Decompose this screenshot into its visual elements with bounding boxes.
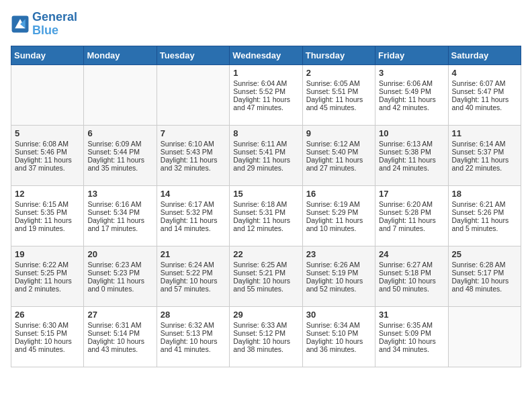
day-number: 11	[452, 128, 517, 138]
day-info: Sunset: 5:44 PM	[87, 148, 152, 156]
day-number: 16	[306, 189, 371, 199]
calendar-cell: 9Sunrise: 6:12 AMSunset: 5:40 PMDaylight…	[302, 125, 375, 185]
calendar-cell: 14Sunrise: 6:17 AMSunset: 5:32 PMDayligh…	[157, 185, 229, 246]
day-info: Daylight: 11 hours and 35 minutes.	[87, 156, 152, 172]
day-info: Sunset: 5:10 PM	[306, 329, 371, 337]
day-number: 13	[87, 189, 152, 199]
day-number: 31	[379, 310, 444, 320]
logo-icon	[11, 15, 30, 34]
day-info: Sunrise: 6:22 AM	[15, 261, 80, 269]
day-info: Sunrise: 6:16 AM	[87, 200, 152, 208]
day-info: Daylight: 11 hours and 47 minutes.	[233, 95, 298, 111]
day-info: Daylight: 10 hours and 48 minutes.	[452, 277, 517, 293]
day-info: Sunrise: 6:19 AM	[306, 200, 371, 208]
day-info: Daylight: 10 hours and 41 minutes.	[161, 337, 226, 353]
calendar-week-row: 19Sunrise: 6:22 AMSunset: 5:25 PMDayligh…	[11, 246, 521, 306]
day-info: Sunset: 5:52 PM	[233, 87, 298, 95]
day-info: Sunrise: 6:13 AM	[379, 140, 444, 148]
weekday-header-cell: Saturday	[448, 46, 521, 64]
day-info: Daylight: 10 hours and 57 minutes.	[161, 277, 226, 293]
day-info: Sunrise: 6:21 AM	[452, 200, 517, 208]
day-number: 19	[15, 249, 80, 259]
day-number: 12	[15, 189, 80, 199]
day-info: Sunset: 5:13 PM	[161, 329, 226, 337]
day-info: Sunset: 5:25 PM	[15, 269, 80, 277]
day-number: 22	[233, 249, 298, 259]
day-info: Sunset: 5:31 PM	[233, 208, 298, 216]
day-number: 25	[452, 249, 517, 259]
weekday-header-cell: Monday	[84, 46, 157, 64]
day-number: 30	[306, 310, 371, 320]
day-info: Sunset: 5:32 PM	[161, 208, 226, 216]
day-number: 21	[161, 249, 226, 259]
calendar-cell: 13Sunrise: 6:16 AMSunset: 5:34 PMDayligh…	[84, 185, 157, 246]
calendar-cell: 26Sunrise: 6:30 AMSunset: 5:15 PMDayligh…	[11, 306, 84, 367]
calendar-cell: 2Sunrise: 6:05 AMSunset: 5:51 PMDaylight…	[302, 64, 375, 125]
day-info: Daylight: 11 hours and 5 minutes.	[452, 216, 517, 232]
day-number: 14	[161, 189, 226, 199]
calendar-cell: 11Sunrise: 6:14 AMSunset: 5:37 PMDayligh…	[448, 125, 521, 185]
day-info: Sunrise: 6:12 AM	[306, 140, 371, 148]
calendar-cell: 15Sunrise: 6:18 AMSunset: 5:31 PMDayligh…	[230, 185, 302, 246]
day-info: Sunrise: 6:06 AM	[379, 79, 444, 87]
day-info: Daylight: 11 hours and 14 minutes.	[161, 216, 226, 232]
calendar-week-row: 1Sunrise: 6:04 AMSunset: 5:52 PMDaylight…	[11, 64, 521, 125]
day-number: 6	[87, 128, 152, 138]
calendar-cell	[84, 64, 157, 125]
calendar-week-row: 5Sunrise: 6:08 AMSunset: 5:46 PMDaylight…	[11, 125, 521, 185]
day-info: Sunset: 5:09 PM	[379, 329, 444, 337]
day-info: Daylight: 10 hours and 38 minutes.	[233, 337, 298, 353]
day-number: 7	[161, 128, 226, 138]
calendar-cell: 27Sunrise: 6:31 AMSunset: 5:14 PMDayligh…	[84, 306, 157, 367]
day-info: Sunset: 5:34 PM	[87, 208, 152, 216]
calendar-cell: 25Sunrise: 6:28 AMSunset: 5:17 PMDayligh…	[448, 246, 521, 306]
day-number: 29	[233, 310, 298, 320]
day-info: Daylight: 11 hours and 19 minutes.	[15, 216, 80, 232]
calendar-cell: 3Sunrise: 6:06 AMSunset: 5:49 PMDaylight…	[375, 64, 448, 125]
day-info: Sunrise: 6:25 AM	[233, 261, 298, 269]
day-info: Sunset: 5:43 PM	[161, 148, 226, 156]
weekday-header-cell: Tuesday	[157, 46, 229, 64]
day-info: Sunset: 5:19 PM	[306, 269, 371, 277]
calendar-cell: 28Sunrise: 6:32 AMSunset: 5:13 PMDayligh…	[157, 306, 229, 367]
day-info: Sunset: 5:29 PM	[306, 208, 371, 216]
calendar-cell: 4Sunrise: 6:07 AMSunset: 5:47 PMDaylight…	[448, 64, 521, 125]
calendar-cell	[11, 64, 84, 125]
day-info: Sunrise: 6:17 AM	[161, 200, 226, 208]
day-info: Daylight: 11 hours and 12 minutes.	[233, 216, 298, 232]
day-info: Sunrise: 6:33 AM	[233, 321, 298, 329]
day-info: Sunrise: 6:27 AM	[379, 261, 444, 269]
day-number: 1	[233, 68, 298, 78]
weekday-header-cell: Wednesday	[230, 46, 302, 64]
calendar-cell: 29Sunrise: 6:33 AMSunset: 5:12 PMDayligh…	[230, 306, 302, 367]
calendar-table: SundayMondayTuesdayWednesdayThursdayFrid…	[11, 46, 521, 367]
calendar-cell: 22Sunrise: 6:25 AMSunset: 5:21 PMDayligh…	[230, 246, 302, 306]
day-info: Daylight: 11 hours and 2 minutes.	[15, 277, 80, 293]
day-info: Sunrise: 6:18 AM	[233, 200, 298, 208]
calendar-cell: 17Sunrise: 6:20 AMSunset: 5:28 PMDayligh…	[375, 185, 448, 246]
day-number: 18	[452, 189, 517, 199]
calendar-cell: 31Sunrise: 6:35 AMSunset: 5:09 PMDayligh…	[375, 306, 448, 367]
calendar-cell: 18Sunrise: 6:21 AMSunset: 5:26 PMDayligh…	[448, 185, 521, 246]
day-info: Sunset: 5:47 PM	[452, 87, 517, 95]
day-info: Daylight: 11 hours and 29 minutes.	[233, 156, 298, 172]
day-info: Sunrise: 6:28 AM	[452, 261, 517, 269]
weekday-header-cell: Friday	[375, 46, 448, 64]
calendar-cell: 20Sunrise: 6:23 AMSunset: 5:23 PMDayligh…	[84, 246, 157, 306]
day-info: Sunrise: 6:07 AM	[452, 79, 517, 87]
day-info: Sunrise: 6:34 AM	[306, 321, 371, 329]
weekday-header-cell: Sunday	[11, 46, 84, 64]
day-info: Daylight: 11 hours and 42 minutes.	[379, 95, 444, 111]
calendar-cell: 1Sunrise: 6:04 AMSunset: 5:52 PMDaylight…	[230, 64, 302, 125]
calendar-cell: 5Sunrise: 6:08 AMSunset: 5:46 PMDaylight…	[11, 125, 84, 185]
day-info: Daylight: 10 hours and 50 minutes.	[379, 277, 444, 293]
day-info: Daylight: 10 hours and 45 minutes.	[15, 337, 80, 353]
day-number: 9	[306, 128, 371, 138]
day-info: Sunrise: 6:23 AM	[87, 261, 152, 269]
day-info: Daylight: 11 hours and 17 minutes.	[87, 216, 152, 232]
calendar-cell	[448, 306, 521, 367]
day-info: Sunrise: 6:04 AM	[233, 79, 298, 87]
day-info: Sunset: 5:17 PM	[452, 269, 517, 277]
day-number: 20	[87, 249, 152, 259]
day-info: Daylight: 10 hours and 36 minutes.	[306, 337, 371, 353]
